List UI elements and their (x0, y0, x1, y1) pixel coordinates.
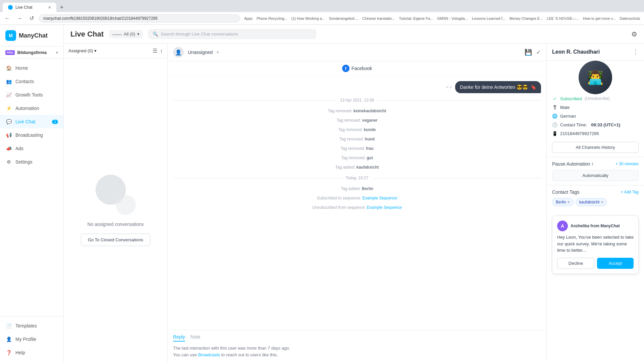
bookmark-11[interactable]: Datenschutz - Re... (619, 16, 641, 21)
address-bar[interactable]: manychat.com/fb19815020819020618/chat/21… (39, 14, 240, 22)
sidebar-item-label: Broadcasting (15, 132, 43, 138)
chat-header: 👤 Unassigned ▾ 💾 ✓ (168, 44, 546, 61)
assigned-dropdown[interactable]: Assigned (0) ▾ (68, 48, 97, 53)
sidebar-item-ads[interactable]: 📣 Ads (0, 142, 63, 155)
bookmark-8[interactable]: Money Changes E... (508, 16, 544, 21)
sequence-link-2[interactable]: Example Sequence (367, 205, 402, 210)
bookmark-4[interactable]: Chinese translatio... (361, 16, 396, 21)
active-tab[interactable]: Live Chat × (3, 3, 56, 12)
contact-menu-icon[interactable]: ⋮ (633, 48, 639, 56)
notif-decline-button[interactable]: Decline (557, 258, 594, 269)
tab-bar: Live Chat × + (0, 0, 644, 12)
check-icon[interactable]: ✓ (536, 49, 541, 56)
bookmark-3[interactable]: Sonderangebot:... (328, 16, 360, 21)
notif-text: Hey Leon, You've been selected to take o… (557, 234, 634, 254)
sidebar-item-home[interactable]: 🏠 Home (0, 61, 63, 75)
pause-automation-title: Pause Automation ℹ (552, 161, 593, 167)
notif-accept-button[interactable]: Accept (597, 258, 634, 269)
tag-remove-icon[interactable]: × (601, 200, 603, 204)
back-button[interactable]: ← (3, 14, 12, 23)
close-tab-icon[interactable]: × (48, 5, 51, 10)
filter-dropdown[interactable]: —— All (0) ▾ (109, 30, 143, 38)
sidebar-item-help[interactable]: ❓ Help (0, 346, 63, 359)
event-line-4: Tag removed: hund (173, 135, 541, 143)
broadcasts-link[interactable]: Broadcasts (198, 352, 220, 357)
contact-avatar: 👨‍💻 (579, 61, 612, 94)
note-tab[interactable]: Note (191, 334, 201, 342)
pause-automation-header: Pause Automation ℹ + 30 minutes (552, 161, 639, 167)
unsubscribe-link[interactable]: (Unsubscribe) (585, 96, 610, 101)
phone-value: 2101844979927295 (560, 131, 599, 136)
tag-label: Berlin (556, 200, 566, 204)
go-closed-button[interactable]: Go To Closed Conversations (81, 234, 150, 246)
reply-tab[interactable]: Reply (173, 334, 185, 342)
reply-area: Reply Note The last interaction with thi… (168, 330, 546, 362)
bookmark-6[interactable]: GMSN - Vologda... (436, 16, 469, 21)
gender-icon: ⚧ (552, 105, 557, 110)
contact-details: ✓ Subscribed (Unsubscribe) ⚧ Male 🌐 Germ… (547, 94, 644, 138)
info-header: Leon R. Chaudhari ⋮ (547, 44, 644, 61)
language-icon: 🌐 (552, 113, 557, 119)
notif-actions: Decline Accept (557, 258, 634, 269)
sidebar-item-automation[interactable]: ⚡ Automation (0, 102, 63, 115)
info-panel: Leon R. Chaudhari ⋮ 👨‍💻 ✓ Subscribed (Un… (547, 44, 644, 362)
sidebar-item-broadcasting[interactable]: 📢 Broadcasting (0, 128, 63, 142)
event-line-2: Tag removed: veganer (173, 117, 541, 124)
chat-notification: A Anzhelika from ManyChat Hey Leon, You'… (552, 216, 639, 274)
timestamp-text-1: 13 Apr 2021, 13:39 (337, 98, 377, 103)
home-icon: 🏠 (5, 65, 12, 71)
workspace-selector[interactable]: PRO Bildungsfirma ▾ (0, 47, 63, 59)
sidebar-item-contacts[interactable]: 👥 Contacts (0, 75, 63, 88)
workspace-name: Bildungsfirma (17, 50, 53, 55)
refresh-button[interactable]: ↺ (27, 14, 36, 23)
tag-remove-icon[interactable]: × (568, 200, 570, 204)
search-bar[interactable]: 🔍 Search through Live Chat conversations (148, 29, 316, 39)
bookmark-2[interactable]: (1) How Working a... (290, 16, 326, 21)
sidebar-item-live-chat[interactable]: 💬 Live Chat 1 (0, 115, 63, 128)
sidebar-item-settings[interactable]: ⚙ Settings (0, 155, 63, 169)
settings-button[interactable]: ⚙ (631, 30, 637, 38)
brand-name: ManyChat (19, 32, 48, 39)
sidebar-item-growth-tools[interactable]: 📈 Growth Tools (0, 88, 63, 102)
new-tab-button[interactable]: + (57, 3, 66, 12)
growth-tools-icon: 📈 (5, 92, 12, 98)
bookmark-apps[interactable]: Apps (243, 16, 254, 21)
reply-notice: The last interaction with this user was … (173, 345, 541, 358)
bookmark-message-icon[interactable]: 🔖 (531, 84, 536, 90)
phone-icon: 📱 (552, 131, 557, 136)
tag-label: kaufabsicht (579, 200, 600, 204)
bookmark-9[interactable]: LEE 'S HOUSE—... (545, 16, 580, 21)
all-channels-history-button[interactable]: All Channels History (552, 142, 639, 153)
automation-icon: ⚡ (5, 105, 12, 112)
broadcasting-icon: 📢 (5, 132, 12, 138)
filter-button[interactable]: ☰ (153, 48, 157, 54)
event-line-6: Tag removed: gut (173, 154, 541, 162)
live-chat-badge: 1 (52, 120, 58, 124)
sidebar-item-my-profile[interactable]: 👤 My Profile (0, 333, 63, 346)
forward-button[interactable]: → (15, 14, 24, 23)
bookmark-10[interactable]: How to get more v... (582, 16, 617, 21)
conv-list-panel: Assigned (0) ▾ ☰ ↕ No assigned conversat… (64, 44, 168, 362)
add-tag-button[interactable]: + Add Tag (621, 190, 639, 194)
templates-icon: 📄 (5, 322, 12, 329)
sort-button[interactable]: ↕ (160, 48, 163, 54)
save-icon[interactable]: 💾 (525, 49, 532, 56)
bookmark-7[interactable]: Lessons Learned f... (471, 16, 507, 21)
event-line-1: Tag removed: keinekaufabsicht (173, 107, 541, 115)
event-line-8: Tag added: Berlin (173, 185, 541, 192)
assignee-avatar: 👤 (173, 47, 184, 58)
language-row: 🌐 German (552, 112, 639, 120)
chevron-down-icon: ▾ (56, 50, 58, 55)
chat-header-actions: 💾 ✓ (525, 49, 541, 56)
bookmark-5[interactable]: Tutorial: Eigene Fa... (398, 16, 435, 21)
event-line-3: Tag removed: kunde (173, 126, 541, 133)
automatically-button[interactable]: Automatically (552, 170, 639, 181)
tags-header: Contact Tags + Add Tag (552, 189, 639, 195)
message-bubble: Danke für deine Antworten 😎😎 🔖 (455, 81, 541, 93)
sidebar-item-templates[interactable]: 📄 Templates (0, 319, 63, 333)
chat-panel: 👤 Unassigned ▾ 💾 ✓ f Facebook ✓ (168, 44, 547, 362)
plus-minutes-button[interactable]: + 30 minutes (615, 162, 639, 166)
sequence-link-1[interactable]: Example Sequence (362, 196, 397, 200)
bookmark-1[interactable]: Phone Recycling... (255, 16, 289, 21)
sidebar-item-label: Home (15, 65, 28, 71)
